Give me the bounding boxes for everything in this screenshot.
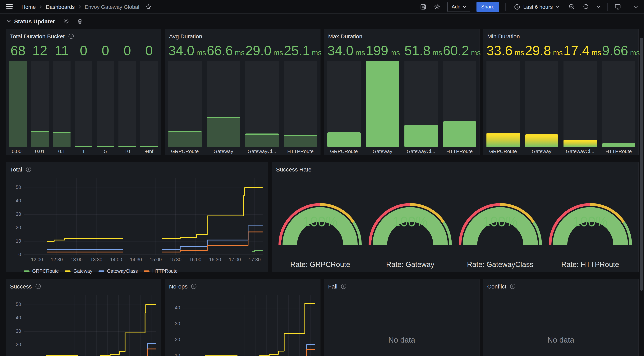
- panel-title[interactable]: Total Duration Bucket: [10, 33, 64, 39]
- gauge-value: 100%: [545, 214, 636, 230]
- bar-track: [31, 61, 49, 147]
- bar-label: GatewayCl...: [245, 147, 278, 156]
- time-series-plot[interactable]: 0102030405012:0012:3013:0013:3014:0014:3…: [9, 292, 159, 356]
- stat-unit: ms: [432, 49, 442, 57]
- save-icon[interactable]: [419, 3, 427, 11]
- panel-min-duration: Min Duration33.6msGRPCRoute29.8msGateway…: [483, 29, 639, 155]
- legend-item[interactable]: HTTPRoute: [144, 268, 178, 274]
- row-collapse-chevron-icon[interactable]: [6, 20, 11, 23]
- bar-track: [9, 61, 27, 147]
- svg-text:12:30: 12:30: [51, 257, 63, 262]
- gauge-label: Rate: GatewayClass: [467, 260, 534, 269]
- stat-value: 199ms: [366, 42, 399, 59]
- add-button[interactable]: Add: [447, 2, 470, 12]
- bar-label: 0.1: [53, 147, 70, 156]
- time-series-plot[interactable]: 0102030405012:0012:3013:0013:3014:0014:3…: [9, 175, 266, 267]
- info-icon[interactable]: [68, 33, 74, 39]
- grafana-dashboard: Home Dashboards Envoy Gateway Global Add…: [0, 0, 644, 356]
- breadcrumb-home[interactable]: Home: [22, 4, 36, 10]
- bar-gauge-cell: 9.66msHTTPRoute: [602, 42, 635, 156]
- bar-gauge: 33.6msGRPCRoute29.8msGateway17.4msGatewa…: [486, 42, 635, 156]
- svg-text:30: 30: [16, 328, 21, 334]
- panel-header: Total: [9, 162, 265, 175]
- refresh-interval-caret-icon[interactable]: [596, 5, 601, 9]
- tv-mode-icon[interactable]: [614, 3, 622, 11]
- bar-label: 0.001: [9, 147, 27, 156]
- star-icon[interactable]: [145, 3, 152, 11]
- legend-color-pill: [65, 270, 71, 272]
- bar-fill: [75, 146, 92, 147]
- bar-gauge-cell: 34.0msGRPCRoute: [168, 42, 202, 156]
- bar-gauge-cell: 25.1msHTTPRoute: [284, 42, 317, 156]
- refresh-icon[interactable]: [582, 3, 590, 11]
- toolbar-divider: [607, 3, 608, 11]
- bar-track: [284, 61, 317, 147]
- breadcrumb-current: Envoy Gateway Global: [85, 4, 139, 10]
- gauge-label: Rate: GRPCRoute: [290, 260, 350, 269]
- panel-title[interactable]: No-ops: [169, 283, 188, 289]
- panel-title[interactable]: Min Duration: [487, 33, 520, 39]
- svg-text:14:00: 14:00: [110, 257, 122, 262]
- gauge-value: 100%: [275, 214, 365, 230]
- time-series-plot[interactable]: 01020304012:0012:3013:0013:3014:0014:301…: [168, 292, 318, 356]
- svg-text:17:30: 17:30: [248, 257, 261, 262]
- panel-header: Max Duration: [327, 29, 476, 42]
- breadcrumb-dashboards[interactable]: Dashboards: [46, 4, 75, 10]
- gauge: 100%Rate: GatewayClass: [455, 199, 545, 269]
- time-range-picker[interactable]: Last 6 hours: [512, 3, 562, 10]
- svg-text:50: 50: [16, 185, 21, 190]
- bar-label: 10: [118, 147, 136, 156]
- panel-conflict: ConflictNo data: [483, 279, 639, 356]
- bar-label: HTTPRoute: [443, 147, 476, 156]
- bar-track: [140, 61, 158, 147]
- svg-text:40: 40: [16, 198, 21, 203]
- svg-text:15:00: 15:00: [150, 257, 162, 262]
- bar-fill: [564, 140, 597, 147]
- stat-value: 0: [75, 42, 92, 59]
- bar-label: GRPCRoute: [327, 147, 360, 156]
- legend-item[interactable]: GatewayClass: [98, 268, 138, 274]
- clock-icon: [514, 4, 520, 10]
- zoom-out-icon[interactable]: [568, 3, 576, 11]
- collapse-toolbar-caret-icon[interactable]: [633, 5, 639, 9]
- chart-legend: GRPCRouteGatewayGatewayClassHTTPRoute: [9, 268, 265, 274]
- panel-success-rate: Success Rate100%Rate: GRPCRoute100%Rate:…: [272, 162, 639, 272]
- panel-title[interactable]: Max Duration: [328, 33, 362, 39]
- page-scrollbar-thumb[interactable]: [640, 38, 643, 291]
- panel-header: Min Duration: [486, 29, 635, 42]
- bar-fill: [118, 146, 136, 147]
- panel-title[interactable]: Success: [10, 283, 32, 289]
- bar-track: [168, 61, 202, 147]
- svg-text:14:30: 14:30: [130, 257, 142, 262]
- info-icon[interactable]: [35, 283, 41, 289]
- row-title[interactable]: Status Updater: [14, 18, 55, 24]
- no-data-message: No data: [484, 279, 638, 356]
- row-delete-trash-icon[interactable]: [77, 18, 82, 24]
- panel-title[interactable]: Total: [10, 166, 22, 172]
- stat-value: 0: [118, 42, 136, 59]
- row-settings-icon[interactable]: [63, 18, 69, 24]
- top-navbar: Home Dashboards Envoy Gateway Global Add…: [0, 0, 644, 14]
- panel-title[interactable]: Avg Duration: [169, 33, 202, 39]
- info-icon[interactable]: [191, 283, 197, 289]
- chevron-right-icon: [39, 5, 42, 9]
- stat-value: 9.66ms: [602, 42, 635, 59]
- share-button[interactable]: Share: [476, 2, 499, 12]
- legend-item[interactable]: GRPCRoute: [24, 268, 59, 274]
- svg-text:20: 20: [175, 337, 180, 342]
- menu-icon[interactable]: [5, 2, 14, 11]
- bar-gauge-cell: 66.6msGateway: [207, 42, 240, 156]
- panel-header: Success: [9, 279, 158, 291]
- legend-color-pill: [144, 270, 150, 272]
- legend-item[interactable]: Gateway: [65, 268, 92, 274]
- chevron-down-icon: [463, 5, 466, 8]
- panel-header: No-ops: [168, 279, 317, 291]
- panel-title[interactable]: Success Rate: [276, 166, 312, 172]
- bar-fill: [140, 146, 158, 147]
- info-icon[interactable]: [26, 166, 31, 172]
- dashboard-row-header: Status Updater: [0, 14, 82, 28]
- stat-unit: ms: [355, 49, 365, 57]
- bar-track: [602, 61, 635, 147]
- settings-icon[interactable]: [433, 3, 441, 11]
- bar-gauge-cell: 05: [96, 42, 114, 156]
